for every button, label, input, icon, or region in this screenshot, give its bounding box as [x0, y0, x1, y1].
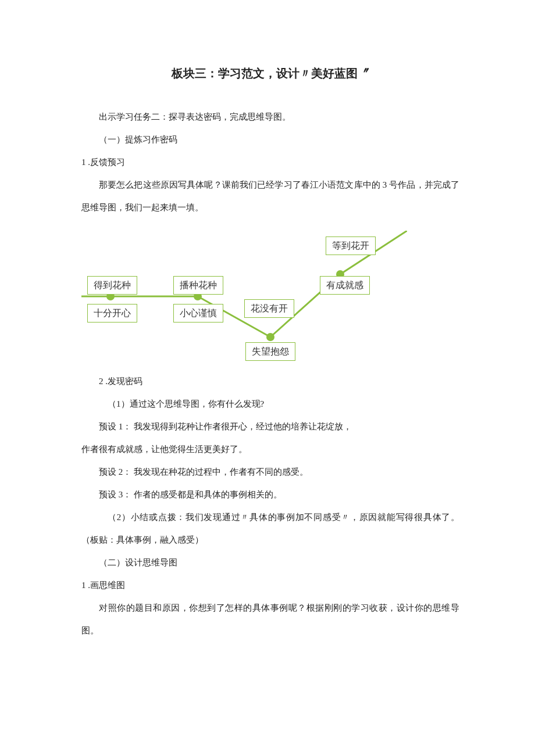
- event-label-4: 等到花开: [326, 237, 376, 255]
- event-label-3: 花没有开: [244, 299, 294, 318]
- page-title: 板块三：学习范文，设计〃美好蓝图〞: [81, 58, 459, 88]
- preset-1a: 预设 1： 我发现得到花种让作者很开心，经过他的培养让花绽放，: [81, 415, 459, 438]
- item-3-body: 对照你的题目和原因，你想到了怎样的具体事例呢？根据刚刚的学习收获，设计你的思维导…: [81, 597, 459, 642]
- section-2-heading: （二）设计思维导图: [81, 551, 459, 574]
- summary-2: （2）小结或点拨：我们发现通过〃具体的事例加不同感受〃，原因就能写得很具体了。 …: [81, 506, 459, 551]
- section-1-heading: （一）提炼习作密码: [81, 128, 459, 151]
- item-3-heading: 1 .画思维图: [81, 574, 459, 597]
- feeling-label-2: 小心谨慎: [173, 304, 223, 323]
- feeling-label-4: 有成就感: [320, 276, 370, 295]
- preset-1b: 作者很有成就感，让他觉得生活更美好了。: [81, 438, 459, 461]
- event-label-2: 播种花种: [173, 276, 223, 295]
- feeling-label-3: 失望抱怨: [245, 342, 295, 361]
- item-1-body: 那要怎么把这些原因写具体呢？课前我们已经学习了春江小语范文库中的 3 号作品，并…: [81, 174, 459, 219]
- item-1-heading: 1 .反馈预习: [81, 151, 459, 174]
- document-page: 板块三：学习范文，设计〃美好蓝图〞 出示学习任务二：探寻表达密码，完成思维导图。…: [0, 0, 535, 700]
- item-2-heading: 2 .发现密码: [81, 370, 459, 393]
- event-label-1: 得到花种: [87, 276, 137, 295]
- preset-2: 预设 2： 我发现在种花的过程中，作者有不同的感受。: [81, 461, 459, 483]
- task-intro: 出示学习任务二：探寻表达密码，完成思维导图。: [81, 106, 459, 128]
- preset-3: 预设 3： 作者的感受都是和具体的事例相关的。: [81, 483, 459, 506]
- node-3: [266, 333, 274, 341]
- feeling-label-1: 十分开心: [87, 304, 137, 323]
- question-1: （1）通过这个思维导图，你有什么发现?: [81, 393, 459, 415]
- mind-map-chart: 得到花种 播种花种 花没有开 等到花开 十分开心 小心谨慎 失望抱怨 有成就感: [81, 231, 407, 364]
